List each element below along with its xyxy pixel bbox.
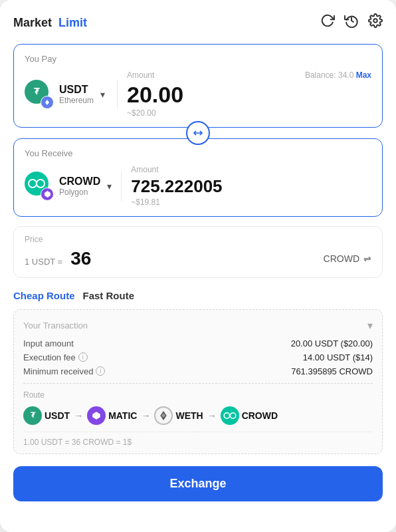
tx-fee-row: Execution fee i 14.00 USDT ($14) bbox=[23, 352, 373, 362]
receive-token-info: CROWD Polygon bbox=[59, 176, 100, 197]
app-container: Market Limit You Pay bbox=[0, 0, 396, 532]
pay-amount-label: Amount bbox=[127, 70, 154, 80]
route-path: ₮ USDT → MATIC → bbox=[23, 406, 373, 425]
svg-point-3 bbox=[29, 180, 37, 188]
price-row: 1 USDT = 36 CROWD ⇌ bbox=[25, 248, 371, 269]
pay-label: You Pay bbox=[25, 54, 371, 64]
tab-limit[interactable]: Limit bbox=[58, 16, 87, 30]
pay-amount-header: Amount Balance: 34.0 Max bbox=[127, 70, 371, 80]
header: Market Limit bbox=[13, 13, 383, 32]
route-divider bbox=[23, 383, 373, 384]
pay-token-chain: Ethereum bbox=[59, 96, 94, 105]
receive-label: You Receive bbox=[25, 148, 371, 158]
settings-icon[interactable] bbox=[368, 13, 383, 32]
pay-amount-usd: ~$20.00 bbox=[127, 108, 371, 118]
fee-info-icon[interactable]: i bbox=[78, 352, 88, 362]
receive-amount-header: Amount bbox=[131, 165, 371, 174]
header-tabs: Market Limit bbox=[13, 16, 87, 30]
route-label: Route bbox=[23, 390, 373, 400]
route-arrow-2: → bbox=[141, 410, 150, 421]
route-usdt-icon: ₮ bbox=[23, 406, 42, 425]
svg-marker-6 bbox=[92, 412, 100, 420]
tx-fee-value: 14.00 USDT ($14) bbox=[303, 352, 373, 362]
svg-point-0 bbox=[373, 19, 377, 23]
receive-chevron-icon: ▾ bbox=[107, 181, 112, 192]
route-weth-icon bbox=[154, 406, 173, 425]
receive-token-selector[interactable]: CROWD Polygon ▾ bbox=[25, 172, 122, 201]
receive-card: You Receive bbox=[13, 138, 383, 217]
tx-min-label: Minimum received i bbox=[23, 366, 105, 376]
tx-input-value: 20.00 USDT ($20.00) bbox=[291, 338, 373, 348]
svg-marker-1 bbox=[45, 100, 49, 105]
receive-token-icon-wrap bbox=[25, 172, 54, 201]
receive-amount-value: 725.222005 bbox=[131, 177, 371, 196]
tx-input-row: Input amount 20.00 USDT ($20.00) bbox=[23, 338, 373, 348]
pay-token-selector[interactable]: ₮ USDT Ethereum ▾ bbox=[25, 80, 118, 109]
price-swap-icon: ⇌ bbox=[363, 253, 371, 264]
route-matic-icon bbox=[87, 406, 106, 425]
pay-chevron-icon: ▾ bbox=[100, 89, 105, 100]
pay-token-icon-wrap: ₮ bbox=[25, 80, 54, 109]
receive-card-inner: CROWD Polygon ▾ Amount 725.222005 ~$19.8… bbox=[25, 165, 371, 207]
pay-card-inner: ₮ USDT Ethereum ▾ Amount B bbox=[25, 70, 371, 118]
transaction-card: Your Transaction ▾ Input amount 20.00 US… bbox=[13, 309, 383, 454]
price-card: Price 1 USDT = 36 CROWD ⇌ bbox=[13, 226, 383, 278]
history-icon[interactable] bbox=[344, 13, 359, 32]
svg-point-10 bbox=[230, 413, 235, 418]
tx-input-label: Input amount bbox=[23, 338, 74, 348]
refresh-icon[interactable] bbox=[320, 13, 335, 32]
pay-card: You Pay ₮ USDT Ethereum ▾ bbox=[13, 44, 383, 128]
svg-point-9 bbox=[224, 413, 229, 418]
receive-amount-usd: ~$19.81 bbox=[131, 198, 371, 207]
route-token-usdt: ₮ USDT bbox=[23, 406, 70, 425]
exchange-button[interactable]: Exchange bbox=[13, 466, 383, 501]
receive-amount-section: Amount 725.222005 ~$19.81 bbox=[131, 165, 371, 207]
route-tabs: Cheap Route Fast Route bbox=[13, 290, 383, 301]
route-token-crowd: CROWD bbox=[221, 406, 278, 425]
header-icons bbox=[320, 13, 383, 32]
svg-marker-5 bbox=[45, 191, 50, 198]
price-base: 1 USDT = bbox=[25, 257, 62, 267]
route-arrow-1: → bbox=[74, 410, 83, 421]
route-weth-label: WETH bbox=[175, 410, 203, 421]
polygon-chain-icon bbox=[41, 188, 54, 201]
swap-button-wrap bbox=[13, 121, 383, 145]
route-arrow-3: → bbox=[207, 410, 217, 421]
route-token-matic: MATIC bbox=[87, 406, 137, 425]
receive-amount-label: Amount bbox=[131, 165, 158, 174]
rate-footer: 1.00 USDT = 36 CROWD = 1$ bbox=[23, 432, 373, 447]
route-usdt-label: USDT bbox=[45, 410, 70, 421]
receive-token-chain: Polygon bbox=[59, 188, 100, 197]
pay-amount-value[interactable]: 20.00 bbox=[127, 82, 371, 107]
tx-header: Your Transaction ▾ bbox=[23, 319, 373, 332]
route-token-weth: WETH bbox=[154, 406, 203, 425]
route-matic-label: MATIC bbox=[108, 410, 137, 421]
swap-button[interactable] bbox=[186, 121, 210, 145]
route-crowd-icon bbox=[221, 406, 239, 425]
receive-token-name: CROWD bbox=[59, 176, 100, 188]
tx-fee-label: Execution fee i bbox=[23, 352, 88, 362]
pay-token-info: USDT Ethereum bbox=[59, 84, 94, 105]
route-crowd-label: CROWD bbox=[242, 410, 278, 421]
tx-header-label: Your Transaction bbox=[23, 321, 88, 331]
tx-collapse-icon[interactable]: ▾ bbox=[367, 319, 373, 332]
pay-token-name: USDT bbox=[59, 84, 94, 96]
price-value: 36 bbox=[70, 248, 91, 269]
pay-max-button[interactable]: Max bbox=[356, 70, 371, 80]
price-label: Price bbox=[25, 235, 371, 244]
tx-min-value: 761.395895 CROWD bbox=[291, 366, 373, 376]
cheap-route-tab[interactable]: Cheap Route bbox=[13, 290, 75, 301]
tx-min-row: Minimum received i 761.395895 CROWD bbox=[23, 366, 373, 376]
pay-balance: Balance: 34.0 Max bbox=[305, 70, 371, 80]
pay-amount-section: Amount Balance: 34.0 Max 20.00 ~$20.00 bbox=[127, 70, 371, 118]
tab-market[interactable]: Market bbox=[13, 16, 52, 30]
svg-point-4 bbox=[37, 180, 45, 188]
fast-route-tab[interactable]: Fast Route bbox=[83, 290, 135, 301]
min-info-icon[interactable]: i bbox=[96, 366, 105, 376]
price-quote: CROWD bbox=[324, 253, 359, 264]
eth-chain-icon bbox=[41, 96, 54, 109]
price-right[interactable]: CROWD ⇌ bbox=[324, 253, 371, 264]
